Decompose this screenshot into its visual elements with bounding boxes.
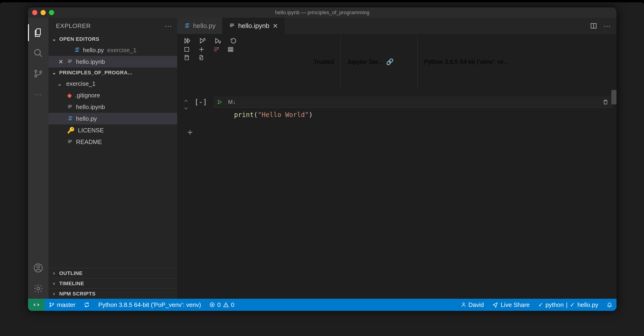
more-activity[interactable]: ··· [28, 84, 48, 104]
python-interpreter-indicator[interactable]: Python 3.8.5 64-bit ('PoP_venv': venv) [94, 299, 205, 311]
tab-hello-ipynb[interactable]: hello.ipynb ✕ [222, 18, 285, 34]
notebook-toolbar: Trusted Jupyter Ser... 🔗 Python 3.8.5 64… [177, 34, 616, 90]
git-icon: ◆ [67, 92, 72, 99]
jupyter-server-picker[interactable]: Jupyter Ser... 🔗 [340, 34, 417, 90]
trash-icon [602, 99, 608, 105]
folder-item[interactable]: ⌄ exercise_1 [48, 78, 177, 89]
chevron-right-icon: › [51, 291, 57, 297]
close-tab-button[interactable]: ✕ [272, 22, 278, 30]
svg-point-3 [40, 71, 42, 73]
restart-button[interactable] [230, 37, 237, 44]
play-down-icon [214, 37, 222, 44]
save-button[interactable] [184, 54, 190, 61]
notebook-icon [67, 104, 73, 110]
play-icon [217, 99, 222, 105]
problems-indicator[interactable]: 0 0 [205, 299, 238, 311]
tab-hello-py[interactable]: hello.py [177, 18, 222, 34]
file-name: LICENSE [78, 127, 104, 134]
tab-more-button[interactable]: ··· [604, 22, 611, 30]
outline-section[interactable]: › OUTLINE [48, 268, 177, 278]
kernel-picker[interactable]: Python 3.8.5 64-bit ('venv': ve... [417, 34, 616, 90]
settings-activity[interactable] [28, 278, 48, 299]
python-icon [184, 23, 190, 29]
clear-outputs-button[interactable] [213, 46, 219, 52]
sync-icon [84, 302, 90, 308]
scm-activity[interactable] [28, 63, 48, 84]
text-icon [67, 139, 73, 145]
open-editor-item[interactable]: ✕ hello.ipynb [48, 56, 177, 67]
open-editors-section[interactable]: ⌄ OPEN EDITORS [48, 34, 177, 44]
file-item[interactable]: 🔑 LICENSE [48, 124, 177, 136]
split-icon [590, 22, 597, 29]
split-editor-button[interactable] [590, 22, 597, 29]
panel-label: NPM SCRIPTS [59, 291, 96, 297]
move-cell-up-button[interactable] [183, 98, 189, 104]
npm-scripts-section[interactable]: › NPM SCRIPTS [48, 289, 177, 299]
collapse-cell-button[interactable]: [-] [194, 96, 210, 106]
file-item[interactable]: hello.py [48, 113, 177, 124]
accounts-activity[interactable] [28, 258, 48, 278]
open-editor-item[interactable]: hello.py exercise_1 [48, 44, 177, 56]
run-below-button[interactable] [214, 37, 222, 44]
close-editor-button[interactable]: ✕ [58, 58, 64, 65]
sync-button[interactable] [80, 299, 94, 311]
timeline-section[interactable]: › TIMELINE [48, 278, 177, 289]
interrupt-button[interactable] [184, 46, 190, 52]
account-icon [33, 263, 43, 273]
explorer-sidebar: EXPLORER ··· ⌄ OPEN EDITORS hello.py exe… [48, 18, 177, 299]
svg-point-6 [37, 287, 40, 290]
live-share-button[interactable]: Live Share [488, 299, 534, 311]
remote-indicator[interactable] [28, 299, 45, 311]
branch-icon [33, 69, 43, 78]
svg-rect-8 [185, 47, 189, 51]
variables-button[interactable] [228, 46, 234, 52]
check-icon: ✓ [538, 301, 543, 309]
delete-cell-button[interactable] [602, 99, 608, 105]
workspace-section[interactable]: ⌄ PRINCIPLES_OF_PROGRA... [48, 67, 177, 78]
svg-point-12 [53, 303, 54, 305]
notebook-icon [229, 23, 235, 29]
workspace-label: PRINCIPLES_OF_PROGRA... [59, 70, 132, 76]
scrollbar[interactable] [611, 90, 616, 104]
search-icon [33, 48, 43, 58]
explorer-activity[interactable] [28, 22, 48, 43]
file-item[interactable]: README [48, 136, 177, 148]
add-cell-button[interactable] [198, 46, 205, 53]
gear-icon [33, 284, 43, 293]
run-cell-button[interactable] [217, 99, 222, 105]
svg-point-14 [462, 303, 464, 305]
file-item[interactable]: ◆ .gitignore [48, 89, 177, 101]
chevron-down-icon: ⌄ [56, 80, 63, 87]
cell-code-editor[interactable]: print("Hello World") [213, 108, 612, 122]
run-all-button[interactable] [184, 37, 191, 44]
export-button[interactable] [198, 54, 204, 61]
file-item[interactable]: hello.ipynb [48, 101, 177, 113]
share-icon [492, 302, 498, 308]
move-cell-down-button[interactable] [183, 105, 189, 111]
add-cell-below-button[interactable]: ＋ [182, 122, 612, 138]
trusted-indicator[interactable]: Trusted [298, 34, 340, 90]
tab-bar: hello.py hello.ipynb ✕ ··· [177, 18, 616, 34]
ellipsis-icon: ··· [34, 90, 42, 98]
svg-point-10 [50, 303, 51, 304]
chevron-down-icon [183, 105, 189, 111]
sidebar-more-button[interactable]: ··· [165, 22, 172, 30]
git-branch-indicator[interactable]: master [45, 299, 80, 311]
notifications-button[interactable] [602, 299, 616, 311]
files-icon [33, 27, 43, 38]
convert-to-markdown-button[interactable]: M↓ [228, 99, 236, 105]
language-status[interactable]: ✓ python | ✓ hello.py [534, 299, 602, 311]
svg-point-0 [34, 49, 40, 55]
notebook-body[interactable]: [-] M↓ [177, 90, 616, 299]
file-name: hello.py [76, 115, 97, 122]
notebook-cell[interactable]: [-] M↓ [182, 96, 612, 122]
file-name: .gitignore [75, 92, 100, 99]
run-above-button[interactable] [199, 37, 206, 44]
export-icon [198, 54, 204, 61]
play-up-icon [199, 37, 206, 44]
user-indicator[interactable]: David [457, 299, 488, 311]
search-activity[interactable] [28, 43, 48, 63]
grid-icon [228, 46, 234, 52]
activity-bar: ··· [28, 18, 48, 299]
titlebar: hello.ipynb — principles_of_programming [28, 7, 616, 18]
